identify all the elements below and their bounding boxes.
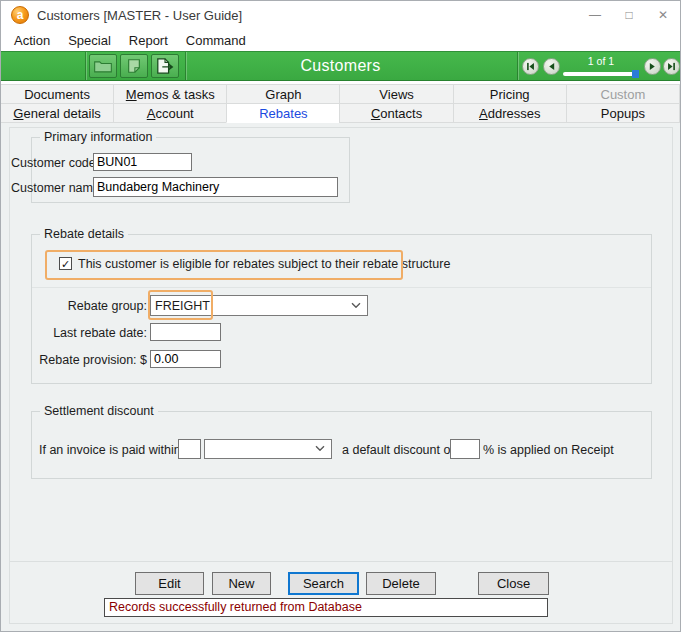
settlement-discount-legend: Settlement discount	[40, 404, 158, 418]
rebate-details-legend: Rebate details	[40, 227, 128, 241]
banner-separator	[517, 52, 518, 80]
settlement-prefix-label: If an invoice is paid within	[39, 443, 181, 457]
rebates-eligible-label: This customer is eligible for rebates su…	[78, 257, 450, 271]
new-button[interactable]: New	[212, 572, 271, 595]
last-rebate-date-field[interactable]	[150, 323, 221, 341]
record-indicator: 1 of 1	[563, 55, 639, 67]
tab-account[interactable]: Account	[113, 103, 227, 123]
record-slider-thumb[interactable]	[632, 70, 639, 78]
maximize-button[interactable]: □	[612, 1, 646, 29]
menu-action[interactable]: Action	[5, 31, 59, 50]
settlement-discount-field[interactable]	[450, 439, 480, 459]
rebate-provision-field[interactable]	[150, 350, 221, 368]
tab-custom: Custom	[566, 84, 680, 104]
menu-report[interactable]: Report	[120, 31, 177, 50]
settlement-days-field[interactable]	[178, 439, 201, 459]
customer-code-field[interactable]	[93, 153, 192, 171]
rebates-tab-panel: Primary information Customer code: Custo…	[1, 123, 680, 632]
menu-special[interactable]: Special	[59, 31, 120, 50]
window-title: Customers [MASTER - User Guide]	[37, 8, 242, 23]
rebate-group-label: Rebate group:	[57, 299, 147, 313]
chevron-down-icon	[315, 445, 325, 451]
open-folder-button[interactable]	[89, 54, 117, 78]
footer-separator	[10, 561, 672, 562]
window-controls: — □ ✕	[578, 1, 680, 29]
customer-code-label: Customer code:	[11, 156, 91, 170]
customers-window: a Customers [MASTER - User Guide] — □ ✕ …	[0, 0, 681, 632]
record-banner: Customers 1 of 1	[1, 51, 680, 81]
record-slider[interactable]	[563, 72, 639, 76]
delete-button[interactable]: Delete	[366, 572, 436, 595]
previous-record-icon	[547, 62, 556, 71]
previous-record-button[interactable]	[543, 58, 560, 75]
rebate-provision-label: Rebate provision: $	[27, 353, 147, 367]
customer-name-field[interactable]	[93, 177, 338, 197]
primary-information-legend: Primary information	[40, 130, 156, 144]
tab-memos-tasks[interactable]: Memos & tasks	[113, 84, 227, 104]
first-record-button[interactable]	[522, 58, 539, 75]
edit-button[interactable]: Edit	[135, 572, 204, 595]
settlement-middle-label: a default discount of	[342, 443, 454, 457]
tab-general-details[interactable]: General details	[0, 103, 114, 123]
banner-separator	[85, 52, 86, 80]
status-message: Records successfully returned from Datab…	[104, 598, 548, 617]
close-form-button[interactable]: Close	[478, 572, 549, 595]
search-button[interactable]: Search	[288, 572, 359, 595]
settlement-period-select[interactable]	[204, 439, 332, 459]
next-record-icon	[648, 62, 657, 71]
tab-strip: Documents Memos & tasks Graph Views Pric…	[1, 85, 680, 123]
first-record-icon	[526, 62, 535, 71]
note-icon	[126, 58, 142, 74]
close-button[interactable]: ✕	[646, 1, 680, 29]
menu-bar: Action Special Report Command	[1, 29, 680, 51]
tab-contacts[interactable]: Contacts	[339, 103, 453, 123]
export-record-icon	[154, 57, 176, 75]
tab-views[interactable]: Views	[339, 84, 453, 104]
banner-separator	[185, 52, 186, 80]
export-record-button[interactable]	[151, 54, 179, 78]
tab-rebates[interactable]: Rebates	[226, 103, 340, 123]
tab-documents[interactable]: Documents	[0, 84, 114, 104]
note-button[interactable]	[120, 54, 148, 78]
minimize-button[interactable]: —	[578, 1, 612, 29]
rebate-group-value: FREIGHT	[155, 299, 210, 313]
tab-graph[interactable]: Graph	[226, 84, 340, 104]
last-rebate-date-label: Last rebate date:	[37, 326, 147, 340]
tab-addresses[interactable]: Addresses	[453, 103, 567, 123]
last-record-button[interactable]	[663, 58, 680, 75]
tab-popups[interactable]: Popups	[566, 103, 680, 123]
tab-pricing[interactable]: Pricing	[453, 84, 567, 104]
settlement-suffix-label: % is applied on Receipt	[483, 443, 614, 457]
rebate-group-select[interactable]: FREIGHT	[150, 295, 368, 316]
rebate-separator	[32, 287, 651, 288]
menu-command[interactable]: Command	[177, 31, 255, 50]
rebates-eligible-checkbox[interactable]: ✓	[59, 257, 72, 270]
last-record-icon	[667, 62, 676, 71]
open-folder-icon	[93, 58, 113, 74]
customer-name-label: Customer name:	[11, 181, 91, 195]
banner-title: Customers	[300, 57, 380, 75]
next-record-button[interactable]	[644, 58, 661, 75]
chevron-down-icon	[351, 302, 361, 308]
app-logo-icon: a	[11, 6, 29, 24]
title-bar: a Customers [MASTER - User Guide] — □ ✕	[1, 1, 680, 29]
